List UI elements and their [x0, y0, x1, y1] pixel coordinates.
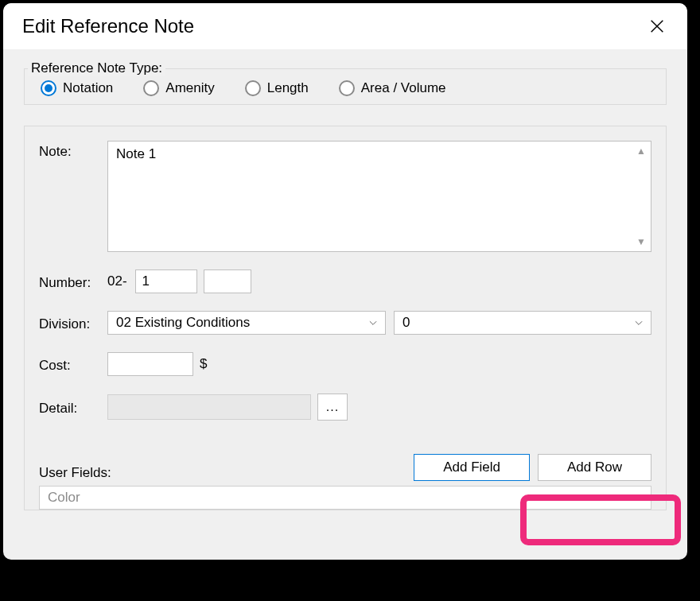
cost-suffix: $ — [200, 356, 207, 372]
scroll-up-icon[interactable]: ▲ — [635, 145, 648, 157]
detail-input[interactable] — [107, 394, 311, 420]
chevron-down-icon — [368, 317, 379, 328]
number-prefix: 02- — [107, 273, 127, 289]
user-fields-label: User Fields: — [39, 465, 111, 481]
radio-button-icon — [41, 80, 56, 96]
add-row-button[interactable]: Add Row — [538, 454, 651, 481]
radio-button-icon — [245, 80, 261, 96]
number-input-1[interactable] — [135, 269, 197, 293]
division-sub-value: 0 — [402, 315, 410, 331]
radio-label: Notation — [63, 80, 113, 96]
note-value: Note 1 — [108, 142, 651, 167]
reference-note-type-label: Reference Note Type: — [28, 60, 165, 76]
user-fields-header: User Fields: Add Field Add Row — [39, 454, 651, 481]
user-fields-column-header: Color — [48, 490, 80, 505]
cost-label: Cost: — [39, 355, 107, 374]
number-input-2[interactable] — [204, 269, 251, 293]
note-row: Note: Note 1 ▲ ▼ — [39, 141, 651, 252]
chevron-down-icon — [633, 317, 644, 328]
add-field-button[interactable]: Add Field — [414, 454, 530, 481]
dialog-title: Edit Reference Note — [22, 15, 194, 37]
detail-label: Detail: — [39, 397, 107, 417]
note-label: Note: — [39, 141, 107, 160]
reference-note-type-group: Reference Note Type: Notation Amenity Le… — [24, 68, 667, 105]
detail-browse-button[interactable]: ... — [317, 394, 348, 421]
division-row: Division: 02 Existing Conditions 0 — [39, 311, 651, 335]
division-sub-select[interactable]: 0 — [394, 311, 651, 335]
scroll-down-icon[interactable]: ▼ — [635, 235, 648, 248]
ellipsis-icon: ... — [326, 400, 339, 414]
radio-label: Length — [267, 80, 309, 96]
number-label: Number: — [39, 272, 107, 291]
button-label: Add Row — [567, 459, 622, 475]
dialog-body: Reference Note Type: Notation Amenity Le… — [3, 49, 687, 510]
dialog-window: Edit Reference Note Reference Note Type:… — [3, 3, 687, 560]
detail-row: Detail: ... — [39, 394, 651, 421]
button-label: Add Field — [443, 459, 500, 475]
division-select[interactable]: 02 Existing Conditions — [107, 311, 386, 335]
close-button[interactable] — [646, 15, 668, 37]
division-label: Division: — [39, 313, 107, 332]
user-fields-table[interactable]: Color — [39, 486, 651, 510]
close-icon — [648, 17, 666, 35]
main-form-group: Note: Note 1 ▲ ▼ Number: 02- Division: — [24, 126, 667, 510]
radio-amenity[interactable]: Amenity — [143, 80, 214, 96]
cost-row: Cost: $ — [39, 352, 651, 376]
radio-length[interactable]: Length — [245, 80, 309, 96]
titlebar: Edit Reference Note — [3, 3, 687, 49]
radio-button-icon — [339, 80, 355, 96]
radio-row: Notation Amenity Length Area / Volume — [36, 80, 655, 96]
radio-area-volume[interactable]: Area / Volume — [339, 80, 446, 96]
radio-button-icon — [143, 80, 159, 96]
radio-notation[interactable]: Notation — [41, 80, 113, 96]
radio-label: Area / Volume — [361, 80, 446, 96]
cost-input[interactable] — [107, 352, 193, 376]
note-textarea[interactable]: Note 1 ▲ ▼ — [107, 141, 651, 252]
division-value: 02 Existing Conditions — [116, 315, 250, 331]
radio-label: Amenity — [165, 80, 214, 96]
number-row: Number: 02- — [39, 269, 651, 293]
